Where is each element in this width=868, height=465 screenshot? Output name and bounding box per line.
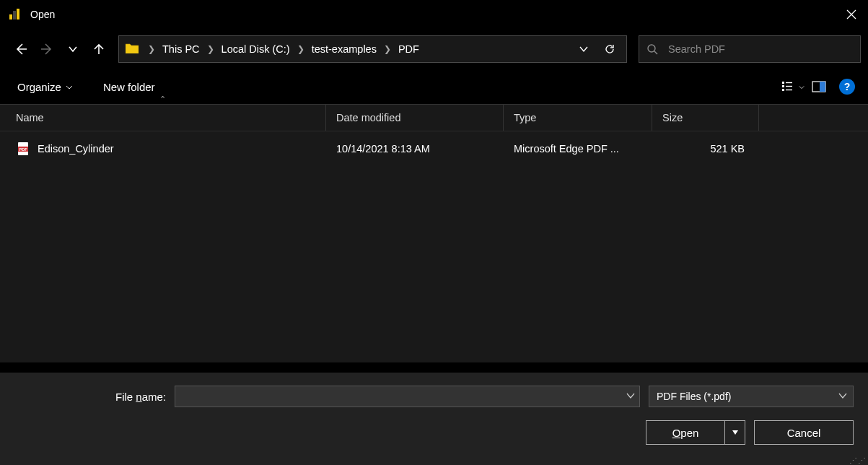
caret-down-icon [799,80,805,93]
folder-icon [125,42,139,56]
column-header-date[interactable]: Date modified [326,105,504,131]
file-list: PDF Edison_Cylinder 10/14/2021 8:13 AM M… [0,131,868,362]
breadcrumb-item[interactable]: PDF [397,40,421,58]
caret-down-icon [66,81,73,93]
column-header-name[interactable]: Name ⌃ [0,105,326,131]
svg-rect-8 [782,85,784,87]
search-box[interactable] [639,35,861,63]
chevron-right-icon[interactable]: ❯ [378,44,397,54]
recent-locations-button[interactable] [62,38,84,60]
chevron-right-icon[interactable]: ❯ [142,44,161,54]
svg-point-5 [648,45,655,52]
breadcrumb: ❯ This PC ❯ Local Disk (C:) ❯ test-examp… [139,40,573,58]
help-button[interactable]: ? [839,79,855,95]
search-input[interactable] [668,43,853,55]
svg-rect-1 [13,11,16,19]
svg-rect-0 [9,14,12,19]
organize-button[interactable]: Organize [13,78,77,96]
bottom-panel: File name: PDF Files (*.pdf) Open Cancel… [0,373,868,465]
preview-pane-button[interactable] [806,76,832,97]
open-button[interactable]: Open [646,420,725,445]
view-options-button[interactable] [780,76,806,97]
refresh-button[interactable] [599,43,621,55]
up-button[interactable] [88,38,110,60]
app-icon [7,7,22,22]
chevron-down-icon [838,391,847,402]
cancel-button[interactable]: Cancel [754,420,854,445]
column-header-size[interactable]: Size [652,105,759,131]
titlebar: Open [0,0,868,29]
address-bar[interactable]: ❯ This PC ❯ Local Disk (C:) ❯ test-examp… [118,35,627,63]
filename-dropdown[interactable] [626,390,635,403]
file-size: 521 KB [652,143,759,155]
breadcrumb-item[interactable]: test-examples [310,40,378,58]
file-row[interactable]: PDF Edison_Cylinder 10/14/2021 8:13 AM M… [0,131,868,166]
filename-input[interactable] [175,386,640,407]
organize-label: Organize [17,81,61,93]
forward-button[interactable] [36,38,58,60]
pdf-file-icon: PDF [16,142,30,156]
window-title: Open [30,9,55,20]
file-name: Edison_Cylinder [38,143,114,155]
open-split-button[interactable] [725,420,745,445]
svg-rect-7 [782,82,784,84]
file-type: Microsoft Edge PDF ... [504,131,652,166]
filetype-dropdown[interactable]: PDF Files (*.pdf) [649,386,854,407]
svg-rect-2 [17,9,19,19]
new-folder-button[interactable]: New folder [99,78,159,96]
breadcrumb-item[interactable]: This PC [161,40,201,58]
new-folder-label: New folder [103,81,155,93]
column-header-type[interactable]: Type [504,105,652,131]
chevron-right-icon[interactable]: ❯ [291,44,310,54]
back-button[interactable] [10,38,32,60]
svg-text:PDF: PDF [19,147,28,152]
resize-grip-icon[interactable]: ⋰⋰ [849,458,867,464]
navbar: ❯ This PC ❯ Local Disk (C:) ❯ test-examp… [0,29,868,69]
svg-rect-9 [782,89,784,91]
sort-indicator-icon: ⌃ [159,95,166,104]
close-button[interactable] [835,0,868,29]
breadcrumb-item[interactable]: Local Disk (C:) [220,40,291,58]
svg-rect-12 [786,90,792,90]
svg-rect-10 [786,82,792,83]
file-date: 10/14/2021 8:13 AM [326,143,504,155]
svg-rect-14 [820,82,825,92]
filename-label: File name: [115,391,166,403]
address-dropdown[interactable] [573,44,595,54]
svg-line-6 [654,51,657,54]
svg-rect-11 [786,86,792,87]
search-icon [646,43,658,55]
column-headers: Name ⌃ Date modified Type Size [0,104,868,131]
chevron-right-icon[interactable]: ❯ [201,44,220,54]
toolbar: Organize New folder ? [0,69,868,104]
filetype-label: PDF Files (*.pdf) [657,391,731,402]
